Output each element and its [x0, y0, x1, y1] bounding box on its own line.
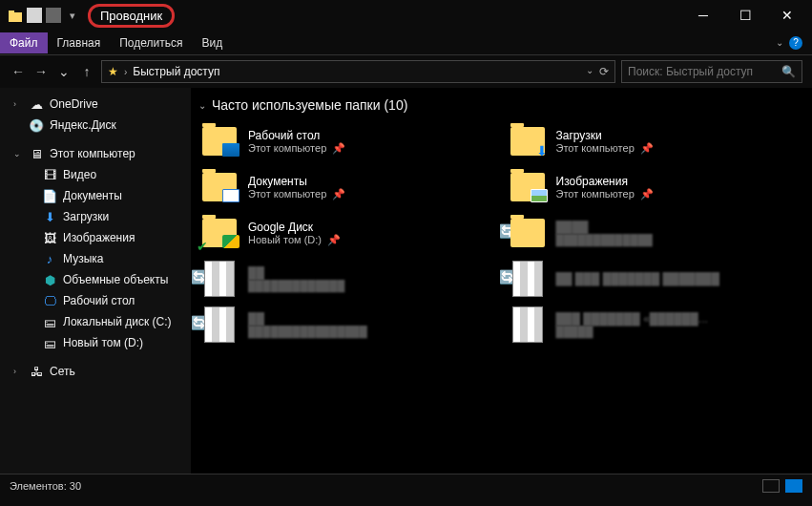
- folder-item[interactable]: 🔄██ ███ ███████ ███████: [507, 260, 805, 298]
- folder-item[interactable]: ███ ███████ «██████...█████: [507, 306, 805, 344]
- ribbon-collapse-icon[interactable]: ⌄: [776, 37, 783, 48]
- item-subtitle: Этот компьютер📌: [556, 142, 654, 155]
- pictures-icon: 🖼: [42, 230, 57, 245]
- folder-item[interactable]: Рабочий столЭтот компьютер📌: [198, 122, 497, 160]
- folder-item[interactable]: 🔄███████████████: [198, 260, 497, 298]
- sidebar-item-network[interactable]: ›🖧Сеть: [0, 361, 191, 382]
- refresh-icon[interactable]: ⟳: [599, 65, 609, 78]
- address-dropdown-icon[interactable]: ⌄: [586, 65, 593, 78]
- sidebar-item-desktop[interactable]: 🖵Рабочий стол: [0, 290, 191, 311]
- address-box[interactable]: ★ › Быстрый доступ ⌄ ⟳: [101, 60, 615, 83]
- close-button[interactable]: ✕: [778, 8, 797, 23]
- sidebar-item-label: Музыка: [63, 252, 103, 265]
- item-name: ██: [248, 266, 344, 280]
- minimize-button[interactable]: ─: [694, 8, 713, 23]
- forward-button[interactable]: →: [32, 64, 50, 79]
- item-subtitle: ████████████████: [248, 326, 367, 337]
- tab-home[interactable]: Главная: [48, 32, 111, 53]
- desktop-icon: 🖵: [42, 293, 57, 308]
- help-icon[interactable]: ?: [789, 36, 802, 50]
- disk-icon: 💿: [29, 117, 44, 133]
- sidebar-item-label: Этот компьютер: [50, 147, 135, 160]
- sidebar-item-downloads[interactable]: ⬇Загрузки: [0, 206, 191, 227]
- item-name: ███ ███████ «██████...: [556, 312, 708, 326]
- sidebar-item-music[interactable]: ♪Музыка: [0, 248, 191, 269]
- tab-share[interactable]: Поделиться: [110, 32, 192, 53]
- sidebar-item-label: Изображения: [63, 231, 135, 244]
- sidebar-item-pictures[interactable]: 🖼Изображения: [0, 227, 191, 248]
- item-name: Документы: [248, 175, 345, 188]
- quickaccess-icon: ★: [108, 65, 118, 78]
- folder-overlay-icon: [222, 235, 239, 248]
- sidebar-item-newvol-d[interactable]: 🖴Новый том (D:): [0, 332, 191, 353]
- history-dropdown-icon[interactable]: ⌄: [55, 64, 73, 79]
- item-name: Изображения: [556, 175, 654, 188]
- up-button[interactable]: ↑: [78, 64, 95, 79]
- search-box[interactable]: 🔍: [621, 60, 802, 83]
- maximize-button[interactable]: ☐: [736, 8, 755, 23]
- item-subtitle: Этот компьютер📌: [248, 142, 345, 155]
- sidebar-item-label: OneDrive: [50, 97, 98, 111]
- drive-icon: 🖴: [42, 335, 57, 350]
- folder-overlay-icon: [531, 143, 548, 157]
- check-icon: ✔: [197, 239, 208, 254]
- file-icon: [512, 261, 543, 297]
- chevron-right-icon: ›: [124, 67, 127, 77]
- video-icon: 🎞: [42, 167, 57, 182]
- folder-icon: [510, 219, 545, 247]
- sidebar-item-label: Документы: [63, 189, 122, 202]
- sidebar-item-video[interactable]: 🎞Видео: [0, 164, 191, 185]
- search-icon[interactable]: 🔍: [781, 65, 796, 78]
- item-subtitle: █████████████: [556, 234, 653, 245]
- item-name: Рабочий стол: [248, 129, 345, 142]
- view-details-button[interactable]: [762, 479, 780, 493]
- folder-item[interactable]: 🔄██████████████████: [198, 306, 497, 344]
- folder-item[interactable]: ДокументыЭтот компьютер📌: [198, 168, 497, 206]
- folder-item[interactable]: ✔Google ДискНовый том (D:)📌: [198, 214, 497, 252]
- folder-item[interactable]: ИзображенияЭтот компьютер📌: [507, 168, 805, 206]
- back-button[interactable]: ←: [10, 64, 27, 79]
- sidebar-item-label: Рабочий стол: [63, 294, 135, 307]
- chevron-down-icon[interactable]: ⌄: [198, 100, 206, 111]
- folder-overlay-icon: [222, 189, 239, 202]
- sidebar-item-onedrive[interactable]: ›☁OneDrive: [0, 94, 191, 115]
- folder-item[interactable]: ЗагрузкиЭтот компьютер📌: [507, 122, 805, 160]
- chevron-right-icon[interactable]: ›: [13, 367, 23, 376]
- ribbon: Файл Главная Поделиться Вид ⌄ ?: [0, 31, 812, 55]
- dropdown-icon[interactable]: ▾: [65, 8, 80, 23]
- folder-item[interactable]: 🔄█████████████████: [507, 214, 805, 252]
- download-icon: ⬇: [42, 209, 57, 224]
- item-subtitle: Новый том (D:)📌: [248, 234, 341, 246]
- drive-icon: 🖴: [42, 314, 57, 329]
- sidebar-item-yandex[interactable]: 💿Яндекс.Диск: [0, 115, 191, 136]
- search-input[interactable]: [628, 65, 776, 78]
- section-header[interactable]: ⌄ Часто используемые папки (10): [198, 97, 804, 113]
- folder-overlay-icon: [531, 189, 548, 202]
- svg-rect-0: [9, 12, 22, 22]
- folder-icon: [510, 127, 545, 156]
- sidebar-item-label: Видео: [63, 168, 96, 181]
- sidebar-item-label: Локальный диск (C:): [63, 315, 172, 328]
- explorer-icon: [8, 8, 23, 23]
- breadcrumb[interactable]: Быстрый доступ: [133, 65, 219, 78]
- sidebar-item-thispc[interactable]: ⌄🖥Этот компьютер: [0, 143, 191, 164]
- sidebar-item-localdisk-c[interactable]: 🖴Локальный диск (C:): [0, 311, 191, 332]
- sidebar-item-3dobjects[interactable]: ⬢Объемные объекты: [0, 269, 191, 290]
- chevron-right-icon[interactable]: ›: [13, 99, 23, 109]
- tab-view[interactable]: Вид: [192, 32, 232, 53]
- chevron-down-icon[interactable]: ⌄: [13, 149, 23, 158]
- pin-icon: 📌: [332, 142, 345, 155]
- sidebar-item-documents[interactable]: 📄Документы: [0, 185, 191, 206]
- network-icon: 🖧: [29, 364, 44, 379]
- cloud-icon: ☁: [29, 96, 44, 112]
- tab-file[interactable]: Файл: [0, 32, 48, 53]
- section-title: Часто используемые папки (10): [212, 97, 407, 113]
- svg-rect-1: [9, 11, 14, 13]
- window-title: Проводник: [88, 4, 175, 28]
- view-tiles-button[interactable]: [785, 479, 802, 493]
- pin-icon: 📌: [640, 142, 654, 155]
- qat-newfolder-icon[interactable]: [46, 8, 61, 23]
- sidebar-item-label: Загрузки: [63, 210, 109, 223]
- qat-properties-icon[interactable]: [27, 8, 42, 23]
- folder-icon: [202, 127, 237, 156]
